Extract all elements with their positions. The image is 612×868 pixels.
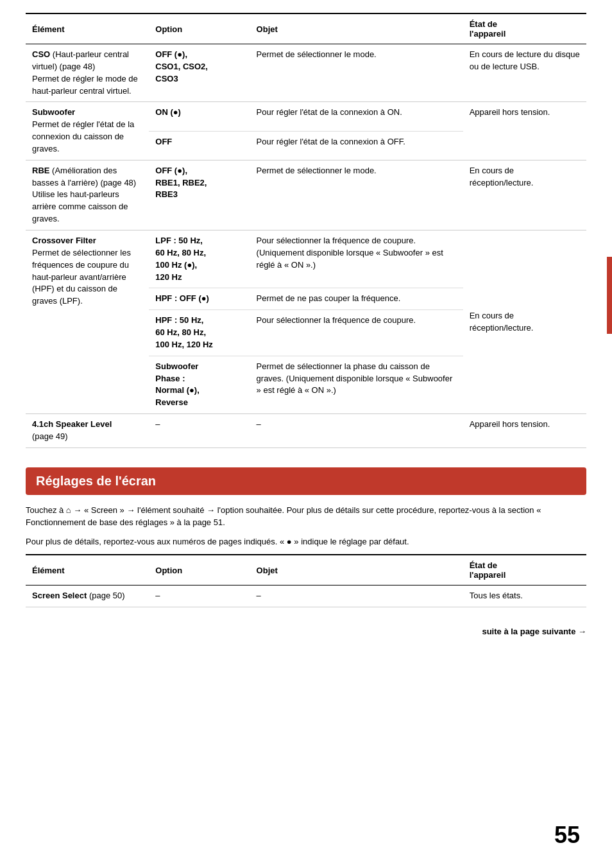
- th2-option: Option: [149, 555, 250, 586]
- option-rbe: OFF (●),RBE1, RBE2,RBE3: [149, 160, 250, 230]
- th2-object: Objet: [250, 555, 463, 586]
- second-table: Élément Option Objet État de l'appareil …: [26, 554, 586, 607]
- state-crossover: En cours de réception/lecture.: [463, 230, 586, 413]
- object-hpf-off: Permet de ne pas couper la fréquence.: [250, 288, 463, 310]
- element-cso: CSO (Haut-parleur central virtuel) (page…: [26, 44, 149, 102]
- state-cso: En cours de lecture du disque ou de lect…: [463, 44, 586, 102]
- element-speaker-level: 4.1ch Speaker Level (page 49): [26, 414, 149, 448]
- main-table: Élément Option Objet État de l'appareil …: [26, 13, 586, 448]
- object-speaker-level: –: [250, 414, 463, 448]
- object-rbe: Permet de sélectionner le mode.: [250, 160, 463, 230]
- object-screen-select: –: [250, 586, 463, 607]
- option-speaker-level: –: [149, 414, 250, 448]
- state-screen-select: Tous les états.: [463, 586, 586, 607]
- table-row: 4.1ch Speaker Level (page 49) – – Appare…: [26, 414, 586, 448]
- page-number: 55: [554, 822, 580, 849]
- th2-element: Élément: [26, 555, 149, 586]
- table-row: Screen Select (page 50) – – Tous les éta…: [26, 586, 586, 607]
- option-lpf: LPF : 50 Hz,60 Hz, 80 Hz,100 Hz (●),120 …: [149, 230, 250, 288]
- element-subwoofer: Subwoofer Permet de régler l'état de la …: [26, 102, 149, 160]
- option-hpf-hz: HPF : 50 Hz,60 Hz, 80 Hz,100 Hz, 120 Hz: [149, 310, 250, 356]
- section-intro-1: Touchez à ⌂ → « Screen » → l'élément sou…: [26, 504, 586, 529]
- object-lpf: Pour sélectionner la fréquence de coupur…: [250, 230, 463, 288]
- option-sub-off: OFF: [149, 131, 250, 160]
- th-state: État de l'appareil: [463, 13, 586, 44]
- th-option: Option: [149, 13, 250, 44]
- section-header: Réglages de l'écran: [26, 467, 586, 495]
- object-sub-phase: Permet de sélectionner la phase du caiss…: [250, 356, 463, 413]
- state-rbe: En cours de réception/lecture.: [463, 160, 586, 230]
- state-speaker-level: Appareil hors tension.: [463, 414, 586, 448]
- option-cso: OFF (●),CSO1, CSO2,CSO3: [149, 44, 250, 102]
- state-subwoofer: Appareil hors tension.: [463, 102, 586, 160]
- element-screen-select: Screen Select (page 50): [26, 586, 149, 607]
- element-rbe: RBE (Amélioration des basses à l'arrière…: [26, 160, 149, 230]
- section-intro-2: Pour plus de détails, reportez-vous aux …: [26, 535, 586, 548]
- option-screen-select: –: [149, 586, 250, 607]
- option-hpf-off: HPF : OFF (●): [149, 288, 250, 310]
- object-sub-off: Pour régler l'état de la connexion à OFF…: [250, 131, 463, 160]
- th-object: Objet: [250, 13, 463, 44]
- option-sub-on: ON (●): [149, 102, 250, 131]
- table-row: Subwoofer Permet de régler l'état de la …: [26, 102, 586, 131]
- element-crossover: Crossover Filter Permet de sélectionner …: [26, 230, 149, 413]
- object-sub-on: Pour régler l'état de la connexion à ON.: [250, 102, 463, 131]
- element-bold: CSO: [32, 49, 50, 59]
- table-row: CSO (Haut-parleur central virtuel) (page…: [26, 44, 586, 102]
- option-sub-phase: SubwooferPhase :Normal (●),Reverse: [149, 356, 250, 413]
- th2-state: État de l'appareil: [463, 555, 586, 586]
- th-element: Élément: [26, 13, 149, 44]
- object-cso: Permet de sélectionner le mode.: [250, 44, 463, 102]
- table-row: Crossover Filter Permet de sélectionner …: [26, 230, 586, 288]
- red-accent-bar: [607, 257, 612, 334]
- table-row: RBE (Amélioration des basses à l'arrière…: [26, 160, 586, 230]
- object-hpf-hz: Pour sélectionner la fréquence de coupur…: [250, 310, 463, 356]
- next-page-label: suite à la page suivante →: [26, 627, 586, 636]
